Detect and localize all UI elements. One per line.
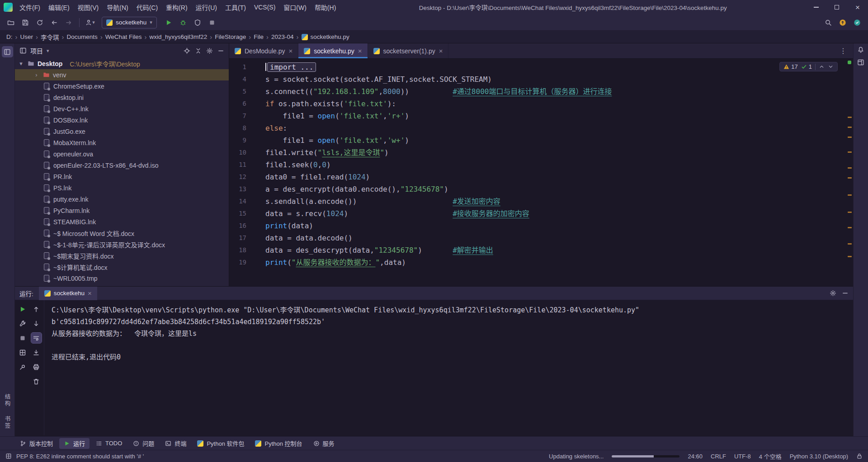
tree-item[interactable]: DOSBox.lnk xyxy=(15,114,229,126)
learn-button[interactable] xyxy=(851,17,863,28)
folded-imports[interactable]: import ... xyxy=(267,62,316,72)
toolwindow-button-branch[interactable]: 版本控制 xyxy=(15,438,57,449)
toolwindow-button-services[interactable]: 服务 xyxy=(309,438,339,449)
breadcrumb-item[interactable]: D: xyxy=(6,33,13,40)
minimize-button[interactable] xyxy=(806,0,826,14)
project-root-row[interactable]: ▾DesktopC:\Users\李令琪\Desktop xyxy=(15,58,229,69)
toolwindow-button-bookmarks[interactable]: 书签 xyxy=(3,411,12,434)
previous-warning-icon[interactable] xyxy=(819,64,825,70)
collapse-all-button[interactable] xyxy=(195,47,202,54)
close-icon[interactable]: × xyxy=(88,290,92,297)
toolwindow-button-python[interactable]: Python 软件包 xyxy=(193,438,249,449)
tree-item[interactable]: ~$期末复习资料.docx xyxy=(15,250,229,261)
menu-item-3[interactable]: 导航(N) xyxy=(103,0,132,14)
hide-run-panel-button[interactable] xyxy=(842,290,849,297)
open-folder-button[interactable] xyxy=(5,17,17,28)
menu-item-10[interactable]: 帮助(H) xyxy=(311,0,340,14)
print-button[interactable] xyxy=(31,362,42,372)
breadcrumb-item[interactable]: User xyxy=(20,33,33,40)
inspections-widget[interactable]: 17 1 xyxy=(779,62,838,71)
breadcrumb-item[interactable]: 李令琪 xyxy=(41,33,59,42)
menu-item-4[interactable]: 代码(C) xyxy=(132,0,162,14)
search-everywhere-button[interactable] xyxy=(822,17,835,28)
rerun-button[interactable] xyxy=(18,304,28,314)
run-settings-button[interactable] xyxy=(830,290,836,297)
run-tab[interactable]: socketkehu × xyxy=(39,287,97,300)
code-editor[interactable]: 1import ...4s = socket.socket(socket.AF_… xyxy=(229,59,853,286)
grid-button[interactable] xyxy=(18,347,28,358)
hide-panel-button[interactable] xyxy=(217,47,224,54)
pin-button[interactable] xyxy=(18,362,28,372)
run-config-selector[interactable]: socketkehu ▾ xyxy=(102,17,157,28)
tree-item[interactable]: PR.lnk xyxy=(15,171,229,182)
menu-item-2[interactable]: 视图(V) xyxy=(74,0,103,14)
tree-item[interactable]: ~$计算机笔试.docx xyxy=(15,261,229,273)
save-all-button[interactable] xyxy=(19,17,32,28)
menu-item-8[interactable]: VCS(S) xyxy=(250,0,279,14)
locate-file-button[interactable] xyxy=(184,47,190,54)
project-panel-title[interactable]: 项目 xyxy=(30,46,43,55)
breadcrumb-item[interactable]: File xyxy=(254,33,264,40)
menu-item-9[interactable]: 窗口(W) xyxy=(279,0,311,14)
scrollend-button[interactable] xyxy=(31,347,42,358)
editor-tab[interactable]: socketserver(1).py× xyxy=(368,43,449,58)
tree-item[interactable]: ~$-1-8单元-课后汉译英原文及译文.docx xyxy=(15,239,229,250)
coverage-button[interactable] xyxy=(191,17,204,28)
menu-item-0[interactable]: 文件(F) xyxy=(15,0,44,14)
toolwindow-button-todo[interactable]: TODO xyxy=(91,438,127,449)
next-warning-icon[interactable] xyxy=(828,64,834,70)
editor-tab[interactable]: socketkehu.py× xyxy=(298,43,368,58)
tree-item[interactable]: Dev-C++.lnk xyxy=(15,103,229,114)
tree-item[interactable]: PS.lnk xyxy=(15,182,229,193)
tree-item[interactable]: openeuler.ova xyxy=(15,148,229,160)
caret-position[interactable]: 24:60 xyxy=(688,453,703,460)
breadcrumb-item[interactable]: FileStorage xyxy=(215,33,246,40)
lock-icon[interactable] xyxy=(856,453,863,459)
menu-item-6[interactable]: 运行(U) xyxy=(192,0,221,14)
tree-item[interactable]: MobaXterm.lnk xyxy=(15,137,229,148)
softwrap-button[interactable] xyxy=(31,333,42,343)
indent-style[interactable]: 4 个空格 xyxy=(759,452,782,461)
breadcrumb-item[interactable]: WeChat Files xyxy=(105,33,142,40)
status-message[interactable]: PEP 8: E262 inline comment should start … xyxy=(16,453,144,460)
maximize-button[interactable] xyxy=(826,0,847,14)
menu-item-5[interactable]: 重构(R) xyxy=(162,0,191,14)
close-button[interactable]: × xyxy=(847,0,868,14)
tree-item[interactable]: PyCharm.lnk xyxy=(15,205,229,216)
down-button[interactable] xyxy=(31,318,42,329)
tree-item[interactable]: STEAMBIG.lnk xyxy=(15,216,229,227)
toolwindow-toggle-icon[interactable] xyxy=(5,453,12,459)
menu-item-1[interactable]: 编辑(E) xyxy=(44,0,74,14)
tree-item[interactable]: putty.exe.lnk xyxy=(15,193,229,205)
sync-button[interactable] xyxy=(33,17,46,28)
stop-button[interactable] xyxy=(18,333,28,343)
file-encoding[interactable]: UTF-8 xyxy=(734,453,751,460)
notifications-bell-icon[interactable] xyxy=(857,46,864,53)
stop-button[interactable] xyxy=(206,17,218,28)
toolwindow-button-play[interactable]: 运行 xyxy=(59,438,90,449)
layout-icon[interactable] xyxy=(857,59,864,66)
tree-item[interactable]: ChromeSetup.exe xyxy=(15,80,229,92)
more-icon[interactable]: ⋮ xyxy=(833,43,853,58)
close-icon[interactable]: × xyxy=(439,47,443,54)
tree-item[interactable]: desktop.ini xyxy=(15,92,229,103)
breadcrumb-item[interactable]: Documents xyxy=(67,33,98,40)
tree-item[interactable]: ›venv xyxy=(15,69,229,80)
breadcrumb-item[interactable]: socketkehu.py xyxy=(302,33,349,40)
close-icon[interactable]: × xyxy=(358,47,362,54)
close-icon[interactable]: × xyxy=(289,47,293,54)
tree-item[interactable]: openEuler-22.03-LTS-x86_64-dvd.iso xyxy=(15,160,229,171)
console-output[interactable]: C:\Users\李令琪\Desktop\venv\Scripts\python… xyxy=(44,300,853,435)
tree-item[interactable]: ~WRL0005.tmp xyxy=(15,273,229,284)
editor-tab[interactable]: DesModule.py× xyxy=(229,43,298,58)
update-notification-button[interactable] xyxy=(836,17,849,28)
clear-button[interactable] xyxy=(31,376,42,387)
breadcrumb-item[interactable]: wxid_hyxys6qil3mf22 xyxy=(150,33,208,40)
toolwindow-button-problems[interactable]: 问题 xyxy=(128,438,159,449)
menu-item-7[interactable]: 工具(T) xyxy=(221,0,250,14)
up-button[interactable] xyxy=(31,304,42,314)
line-separator[interactable]: CRLF xyxy=(711,453,726,460)
debug-button[interactable] xyxy=(177,17,189,28)
user-button[interactable]: ▾ xyxy=(84,17,96,28)
wrench-button[interactable] xyxy=(18,318,28,329)
